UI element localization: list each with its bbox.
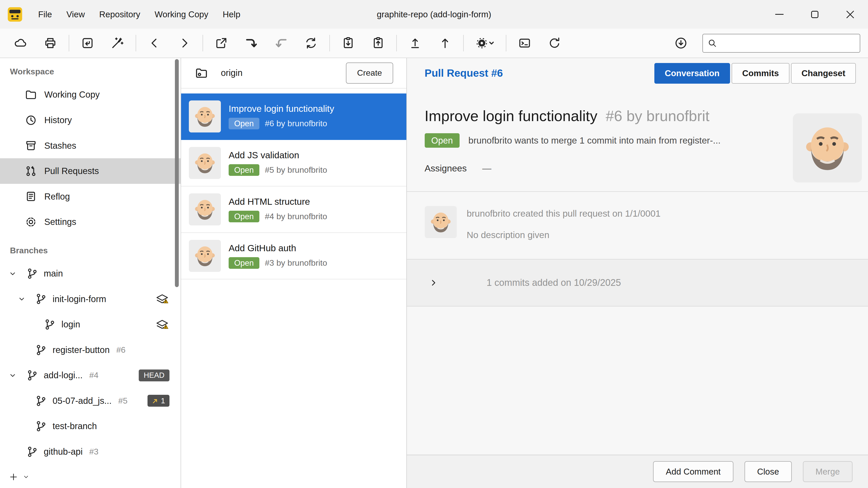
share-button[interactable] [209, 32, 234, 55]
detail-footer: Add Comment Close Merge [407, 455, 868, 488]
pr-created-comment: brunofbrito created this pull request on… [407, 192, 868, 259]
avatar [189, 100, 221, 132]
menu-help[interactable]: Help [215, 6, 247, 23]
forward-button[interactable] [172, 32, 197, 55]
settings-dropdown-button[interactable] [469, 32, 500, 55]
pr-list-item[interactable]: Add JS validation Open #5 by brunofbrito [181, 140, 406, 187]
pr-list-item[interactable]: Improve login functionality Open #6 by b… [181, 94, 406, 140]
branch-row-github-api[interactable]: github-api #3 [0, 439, 181, 464]
maximize-button[interactable] [797, 0, 833, 29]
remote-folder-icon [194, 66, 209, 80]
magic-wand-button[interactable] [104, 32, 130, 55]
menu-working-copy[interactable]: Working Copy [148, 6, 216, 23]
close-pr-button[interactable]: Close [745, 461, 792, 482]
sidebar-item-working-copy[interactable]: Working Copy [0, 82, 181, 108]
menu-repository[interactable]: Repository [92, 6, 147, 23]
branch-name: github-api [44, 447, 83, 457]
magic-wand-icon [110, 36, 125, 51]
toolbar-separator [203, 35, 203, 52]
sidebar-scrollbar-thumb[interactable] [175, 59, 179, 287]
titlebar: File View Repository Working Copy Help g… [0, 0, 868, 29]
sidebar-item-label: Reflog [44, 192, 70, 202]
open-repo-button[interactable] [75, 32, 100, 55]
branch-pr-number: #4 [89, 370, 98, 380]
printer-button[interactable] [38, 32, 63, 55]
clipboard-down-icon [341, 36, 355, 51]
commits-summary-row[interactable]: 1 commits added on 10/29/2025 [407, 259, 868, 306]
close-button[interactable] [833, 0, 868, 29]
refresh-button[interactable] [542, 32, 567, 55]
pull-request-detail-panel: Pull Request #6 Conversation Commits Cha… [407, 58, 868, 488]
sidebar-item-label: Settings [44, 217, 76, 227]
pull-request-icon [24, 164, 37, 177]
branch-name: test-branch [53, 421, 97, 431]
merge-button[interactable]: Merge [803, 461, 852, 482]
chevron-down-icon[interactable] [18, 295, 34, 303]
pull-button[interactable] [269, 32, 294, 55]
minimize-icon [775, 14, 783, 15]
pr-list-item[interactable]: Add HTML structure Open #4 by brunofbrit… [181, 187, 406, 233]
workspace-section-label: Workspace [0, 64, 181, 82]
branch-row-test-branch[interactable]: test-branch [0, 414, 181, 439]
toolbar [0, 29, 868, 58]
chevron-right-icon [429, 278, 438, 287]
menu-view[interactable]: View [59, 6, 92, 23]
pr-list-item[interactable]: Add GitHub auth Open #3 by brunofbrito [181, 233, 406, 280]
tab-commits[interactable]: Commits [732, 63, 789, 84]
close-icon [846, 10, 854, 19]
toolbar-separator [330, 35, 330, 52]
assignees-label: Assignees [425, 163, 467, 173]
tab-changeset[interactable]: Changeset [791, 63, 856, 84]
sidebar-item-reflog[interactable]: Reflog [0, 184, 181, 209]
cloud-button[interactable] [8, 32, 33, 55]
avatar [189, 147, 221, 179]
tab-conversation[interactable]: Conversation [654, 63, 730, 84]
sidebar-item-pull-requests[interactable]: Pull Requests [0, 158, 181, 184]
pr-meta: #4 by brunofbrito [265, 212, 327, 221]
status-badge: Open [228, 211, 259, 222]
minimize-button[interactable] [762, 0, 797, 29]
sidebar-item-stashes[interactable]: Stashes [0, 133, 181, 159]
git-branch-icon [34, 394, 48, 408]
branch-row-05-07-add-js[interactable]: 05-07-add_js... #5 1 [0, 388, 181, 414]
toolbar-separator [69, 35, 69, 52]
stash-apply-button[interactable] [335, 32, 361, 55]
add-icon[interactable] [9, 472, 18, 482]
sidebar-item-label: Stashes [44, 141, 76, 151]
expand-commits-button[interactable] [429, 278, 438, 287]
add-comment-button[interactable]: Add Comment [653, 461, 734, 482]
git-branch-icon [26, 267, 39, 280]
menubar: File View Repository Working Copy Help [31, 6, 247, 23]
chevron-down-icon[interactable] [9, 371, 25, 379]
branch-row-register-button[interactable]: register-button #6 [0, 337, 181, 363]
merge-description: brunofbrito wants to merge 1 commit into… [468, 135, 720, 145]
push-upstream-button[interactable] [432, 32, 458, 55]
branch-name: register-button [53, 345, 110, 355]
terminal-icon [518, 36, 532, 51]
terminal-button[interactable] [512, 32, 537, 55]
fetch-button[interactable] [239, 32, 264, 55]
search-input[interactable] [722, 38, 855, 48]
branch-name: init-login-form [53, 294, 106, 304]
create-pr-button[interactable]: Create [346, 63, 393, 84]
branch-row-login[interactable]: login [0, 312, 181, 337]
menu-file[interactable]: File [31, 6, 59, 23]
back-button[interactable] [142, 32, 167, 55]
stash-save-button[interactable] [365, 32, 391, 55]
branch-row-init-login-form[interactable]: init-login-form [0, 286, 181, 312]
download-updates-button[interactable] [668, 32, 693, 55]
chevron-down-icon[interactable] [9, 270, 25, 278]
branch-name: add-logi... [44, 370, 83, 380]
chevron-left-icon [147, 36, 162, 51]
add-dropdown-chevron-icon[interactable] [23, 474, 29, 480]
branch-pr-number: #6 [116, 345, 126, 355]
sidebar-item-settings[interactable]: Settings [0, 209, 181, 235]
update-upstream-button[interactable] [402, 32, 428, 55]
up-right-arrow-icon [152, 398, 159, 404]
toolbar-separator [506, 35, 506, 52]
sidebar-item-history[interactable]: History [0, 107, 181, 133]
ahead-count-badge: 1 [148, 395, 169, 407]
sync-button[interactable] [299, 32, 324, 55]
branch-row-main[interactable]: main [0, 261, 181, 286]
branch-row-add-login-form[interactable]: add-logi... #4 HEAD [0, 363, 181, 388]
